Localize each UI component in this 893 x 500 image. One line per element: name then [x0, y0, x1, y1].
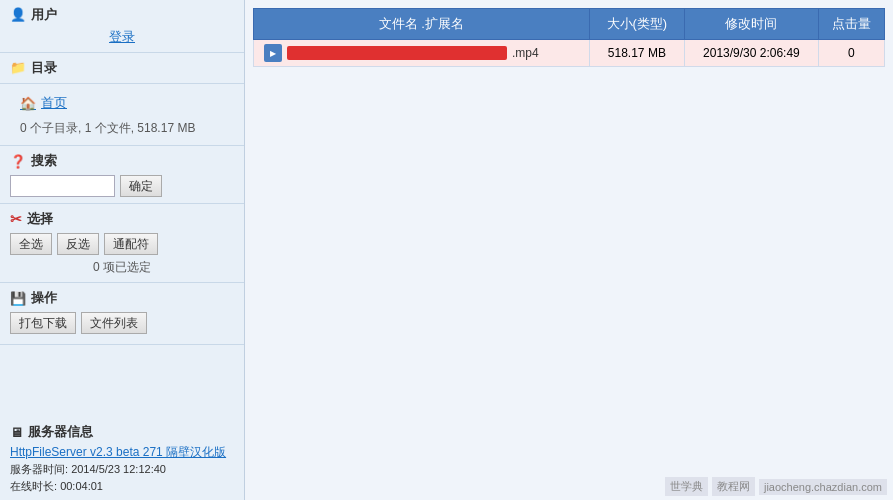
filename-redacted	[287, 46, 507, 60]
selected-count: 0 项已选定	[10, 259, 234, 276]
search-title: 搜索	[10, 152, 234, 170]
file-table: 文件名 .扩展名 大小(类型) 修改时间 点击量 ▶ .mp4 518.17 M…	[253, 8, 885, 67]
home-icon	[20, 96, 36, 111]
online-duration-value: 00:04:01	[60, 480, 103, 492]
search-confirm-button[interactable]: 确定	[120, 175, 162, 197]
sidebar: 用户 登录 目录 首页 0 个子目录, 1 个文件, 518.17 MB 搜索 …	[0, 0, 245, 500]
server-time-info: 服务器时间: 2014/5/23 12:12:40	[10, 461, 234, 478]
watermark: 世学典 教程网 jiaocheng.chazdian.com	[665, 477, 887, 496]
home-nav-item[interactable]: 首页	[10, 90, 234, 116]
select-all-button[interactable]: 全选	[10, 233, 52, 255]
server-time-value: 2014/5/23 12:12:40	[71, 463, 166, 475]
directory-section: 目录	[0, 53, 244, 84]
server-info-section: 服务器信息 HttpFileServer v2.3 beta 271 隔壁汉化版…	[0, 417, 244, 500]
search-input[interactable]	[10, 175, 115, 197]
online-duration-label: 在线时长:	[10, 480, 57, 492]
directory-label: 目录	[31, 59, 57, 77]
user-label: 用户	[31, 6, 57, 24]
select-title: 选择	[10, 210, 234, 228]
file-modified-cell: 2013/9/30 2:06:49	[685, 40, 818, 67]
login-link[interactable]: 登录	[10, 26, 234, 48]
home-section: 首页 0 个子目录, 1 个文件, 518.17 MB	[0, 84, 244, 146]
server-version-link[interactable]: HttpFileServer v2.3 beta 271 隔壁汉化版	[10, 445, 226, 459]
user-section: 用户 登录	[0, 0, 244, 53]
search-row: 确定	[10, 175, 234, 197]
wildcard-button[interactable]: 通配符	[104, 233, 158, 255]
search-section: 搜索 确定	[0, 146, 244, 204]
watermark-url: jiaocheng.chazdian.com	[759, 479, 887, 495]
search-icon	[10, 154, 26, 169]
ops-btn-row: 打包下载 文件列表	[10, 312, 234, 334]
watermark-text2: 教程网	[712, 477, 755, 496]
server-info-title: 服务器信息	[10, 423, 234, 441]
select-btn-row: 全选 反选 通配符	[10, 233, 234, 255]
online-duration-info: 在线时长: 00:04:01	[10, 478, 234, 495]
file-type-icon: ▶	[264, 44, 282, 62]
file-extension: .mp4	[512, 46, 539, 60]
ops-section: 操作 打包下载 文件列表	[0, 283, 244, 345]
file-size-cell: 518.17 MB	[589, 40, 685, 67]
scissors-icon	[10, 211, 22, 227]
folder-icon	[10, 60, 26, 76]
ops-label: 操作	[31, 289, 57, 307]
select-section: 选择 全选 反选 通配符 0 项已选定	[0, 204, 244, 283]
select-label: 选择	[27, 210, 53, 228]
ops-title: 操作	[10, 289, 234, 307]
directory-section-title: 目录	[10, 59, 234, 77]
col-header-filename: 文件名 .扩展名	[254, 9, 590, 40]
directory-info: 0 个子目录, 1 个文件, 518.17 MB	[10, 116, 234, 141]
save-icon	[10, 291, 26, 306]
col-header-size: 大小(类型)	[589, 9, 685, 40]
main-content: 文件名 .扩展名 大小(类型) 修改时间 点击量 ▶ .mp4 518.17 M…	[245, 0, 893, 500]
file-name-cell[interactable]: ▶ .mp4	[254, 40, 590, 67]
server-info-label: 服务器信息	[28, 423, 93, 441]
table-row[interactable]: ▶ .mp4 518.17 MB 2013/9/30 2:06:49 0	[254, 40, 885, 67]
user-icon	[10, 7, 26, 23]
server-time-label: 服务器时间:	[10, 463, 68, 475]
invert-select-button[interactable]: 反选	[57, 233, 99, 255]
home-label: 首页	[41, 94, 67, 112]
search-label: 搜索	[31, 152, 57, 170]
file-clicks-cell: 0	[818, 40, 884, 67]
user-section-title: 用户	[10, 6, 234, 24]
pack-download-button[interactable]: 打包下载	[10, 312, 76, 334]
col-header-modified: 修改时间	[685, 9, 818, 40]
col-header-clicks: 点击量	[818, 9, 884, 40]
file-list-button[interactable]: 文件列表	[81, 312, 147, 334]
server-icon	[10, 425, 23, 440]
watermark-text1: 世学典	[665, 477, 708, 496]
